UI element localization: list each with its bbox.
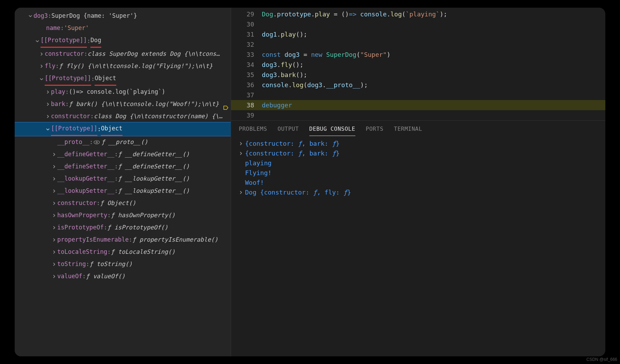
chevron-right-icon[interactable] [51, 250, 57, 254]
code-content: debugger [262, 100, 292, 110]
code-line[interactable]: 36console.log(dog3.__proto__); [231, 80, 605, 90]
code-line[interactable]: 30 [231, 19, 605, 29]
watermark: CSDN @sif_666 [586, 357, 617, 362]
line-number: 29 [231, 9, 262, 19]
tree-row[interactable]: constructor: ƒ Object() [15, 197, 231, 209]
code-content: dog1.play(); [262, 29, 307, 39]
line-number: 38 [231, 100, 262, 110]
chevron-right-icon[interactable] [51, 177, 57, 181]
code-line[interactable]: 34dog3.fly(); [231, 60, 605, 70]
line-number: 31 [231, 29, 262, 39]
tree-row[interactable]: constructor: class SuperDog extends Dog … [15, 48, 231, 60]
chevron-right-icon[interactable] [51, 238, 57, 242]
debug-variables-panel[interactable]: dog3 : SuperDog {name: 'Super'} name : '… [15, 8, 231, 356]
tree-row[interactable]: __defineSetter__: ƒ __defineSetter__() [15, 160, 231, 173]
chevron-right-icon[interactable] [239, 139, 245, 149]
line-number: 37 [231, 90, 262, 100]
line-number: 30 [231, 19, 262, 29]
tree-row[interactable]: constructor: class Dog {\n\tconstructor(… [15, 110, 231, 122]
svg-point-1 [96, 141, 97, 143]
right-panel: 29Dog.prototype.play = ()=> console.log(… [231, 8, 605, 356]
tree-row[interactable]: __lookupGetter__: ƒ __lookupGetter__() [15, 173, 231, 185]
console-line[interactable]: Woof! [239, 178, 598, 188]
line-number: 33 [231, 50, 262, 60]
chevron-right-icon[interactable] [239, 188, 245, 197]
tab-terminal[interactable]: TERMINAL [394, 126, 422, 136]
code-line[interactable]: 31dog1.play(); [231, 29, 605, 39]
tree-row-proto1[interactable]: [[Prototype]] : Dog [15, 34, 231, 48]
tab-output[interactable]: OUTPUT [278, 126, 299, 136]
tree-row[interactable]: toString: ƒ toString() [15, 258, 231, 270]
app-container: dog3 : SuperDog {name: 'Super'} name : '… [15, 8, 605, 356]
breakpoint-icon[interactable] [223, 103, 228, 108]
chevron-right-icon[interactable] [45, 114, 51, 119]
console-line[interactable]: {constructor: ƒ, bark: ƒ} [239, 139, 598, 149]
panel-tabs: PROBLEMSOUTPUTDEBUG CONSOLEPORTSTERMINAL [231, 121, 605, 136]
tree-row[interactable]: __lookupSetter__: ƒ __lookupSetter__() [15, 185, 231, 197]
tree-row[interactable]: __defineGetter__: ƒ __defineGetter__() [15, 148, 231, 160]
console-line[interactable]: Dog {constructor: ƒ, fly: ƒ} [239, 188, 598, 197]
tab-debug-console[interactable]: DEBUG CONSOLE [309, 126, 355, 136]
tree-row-proto-accessor[interactable]: __proto__ : ƒ __proto__() [15, 136, 231, 148]
chevron-right-icon[interactable] [51, 152, 57, 157]
chevron-right-icon[interactable] [45, 102, 51, 106]
tree-row[interactable]: fly: ƒ fly() {\n\t\tconsole.log("Flying!… [15, 60, 231, 72]
code-content: console.log(dog3.__proto__); [262, 80, 368, 90]
tab-problems[interactable]: PROBLEMS [239, 126, 267, 136]
code-editor[interactable]: 29Dog.prototype.play = ()=> console.log(… [231, 8, 605, 120]
chevron-right-icon[interactable] [51, 165, 57, 169]
chevron-down-icon[interactable] [45, 127, 51, 131]
chevron-right-icon[interactable] [51, 189, 57, 193]
chevron-right-icon[interactable] [51, 201, 57, 205]
chevron-right-icon[interactable] [51, 226, 57, 230]
chevron-right-icon[interactable] [51, 274, 57, 279]
line-number: 35 [231, 70, 262, 80]
tree-row-name[interactable]: name : 'Super' [15, 22, 231, 34]
code-line[interactable]: 39 [231, 110, 605, 120]
tree-row-root[interactable]: dog3 : SuperDog {name: 'Super'} [15, 10, 231, 22]
chevron-down-icon[interactable] [27, 14, 34, 18]
tree-row[interactable]: isPrototypeOf: ƒ isPrototypeOf() [15, 221, 231, 234]
code-content: dog3.fly(); [262, 60, 303, 70]
code-line[interactable]: 37 [231, 90, 605, 100]
line-number: 36 [231, 80, 262, 90]
tree-row[interactable]: propertyIsEnumerable: ƒ propertyIsEnumer… [15, 234, 231, 246]
tree-row[interactable]: bark: ƒ bark() {\n\t\tconsole.log("Woof!… [15, 98, 231, 110]
code-line[interactable]: 32 [231, 39, 605, 50]
line-number: 34 [231, 60, 262, 70]
chevron-right-icon[interactable] [38, 64, 45, 68]
debug-console-output[interactable]: {constructor: ƒ, bark: ƒ}{constructor: ƒ… [231, 136, 605, 200]
bottom-panel: PROBLEMSOUTPUTDEBUG CONSOLEPORTSTERMINAL… [231, 120, 605, 356]
code-line[interactable]: 33const dog3 = new SuperDog("Super") [231, 50, 605, 60]
line-number: 39 [231, 110, 262, 120]
code-line[interactable]: 38debugger [231, 100, 605, 110]
tree-row[interactable]: toLocaleString: ƒ toLocaleString() [15, 246, 231, 258]
chevron-right-icon[interactable] [45, 90, 51, 94]
tab-ports[interactable]: PORTS [366, 126, 384, 136]
tree-value: SuperDog {name: 'Super'} [51, 10, 137, 22]
console-line[interactable]: playing [239, 158, 598, 168]
tree-row-proto2[interactable]: [[Prototype]] : Object [15, 72, 231, 86]
svg-point-0 [94, 141, 99, 144]
tree-key: dog3 [34, 10, 48, 22]
chevron-down-icon[interactable] [38, 77, 45, 81]
code-content: dog3.bark(); [262, 70, 307, 80]
console-line[interactable]: {constructor: ƒ, bark: ƒ} [239, 149, 598, 158]
tree-row[interactable]: hasOwnProperty: ƒ hasOwnProperty() [15, 209, 231, 221]
console-line[interactable]: Flying! [239, 168, 598, 178]
code-content: const dog3 = new SuperDog("Super") [262, 50, 391, 60]
eye-icon [94, 140, 100, 145]
line-number: 32 [231, 39, 262, 50]
code-line[interactable]: 29Dog.prototype.play = ()=> console.log(… [231, 9, 605, 19]
chevron-right-icon[interactable] [38, 52, 45, 56]
chevron-right-icon[interactable] [51, 213, 57, 218]
chevron-right-icon[interactable] [239, 149, 245, 158]
chevron-down-icon[interactable] [34, 39, 40, 43]
chevron-right-icon[interactable] [51, 262, 57, 266]
tree-row[interactable]: play: ()=> console.log(`playing`) [15, 86, 231, 98]
code-line[interactable]: 35dog3.bark(); [231, 70, 605, 80]
tree-row[interactable]: valueOf: ƒ valueOf() [15, 270, 231, 282]
code-content: Dog.prototype.play = ()=> console.log(`p… [262, 9, 447, 19]
tree-row-proto3-selected[interactable]: [[Prototype]] : Object [15, 122, 231, 136]
